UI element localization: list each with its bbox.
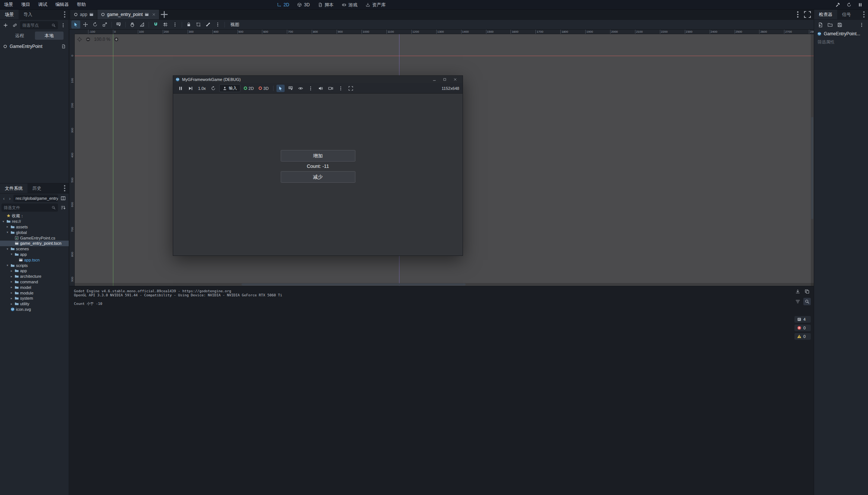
debug-3d-radio[interactable]: 3D bbox=[257, 86, 270, 91]
fs-item-14[interactable]: ▸module bbox=[0, 290, 69, 296]
move-tool-button[interactable] bbox=[81, 20, 90, 29]
maximize-button[interactable] bbox=[440, 76, 450, 83]
collapse-arrow-icon[interactable]: ▾ bbox=[1, 220, 5, 223]
copy-log-button[interactable] bbox=[803, 288, 811, 295]
fs-item-17[interactable]: icon.svg bbox=[0, 307, 69, 312]
expand-arrow-icon[interactable]: ▸ bbox=[10, 291, 13, 294]
menu-0[interactable]: 场景 bbox=[0, 0, 17, 9]
fs-item-2[interactable]: ▸assets bbox=[0, 224, 69, 230]
fs-item-4[interactable]: #GameEntryPoint.cs bbox=[0, 235, 69, 241]
output-messages-badge[interactable]: 4 bbox=[794, 316, 811, 323]
fs-item-16[interactable]: ▸utility bbox=[0, 301, 69, 307]
workspace-button-1[interactable]: 3D bbox=[294, 0, 313, 10]
scene-dock-tab-1[interactable]: 导入 bbox=[19, 10, 37, 19]
filesystem-dock-menu-button[interactable] bbox=[61, 183, 69, 193]
expand-arrow-icon[interactable]: ▸ bbox=[10, 302, 13, 306]
select-mode-button[interactable] bbox=[276, 85, 285, 92]
reset-time-scale-button[interactable] bbox=[209, 85, 217, 92]
save-resource-button[interactable] bbox=[836, 21, 844, 29]
zoom-out-button[interactable] bbox=[85, 37, 91, 42]
suspend-game-button[interactable] bbox=[176, 85, 185, 92]
scene-tabs-menu-button[interactable] bbox=[794, 10, 802, 19]
fs-item-15[interactable]: ▸system bbox=[0, 296, 69, 301]
filesystem-dock-tab-0[interactable]: 文件系统 bbox=[0, 183, 27, 193]
history-back-button[interactable]: ‹ bbox=[1, 196, 6, 201]
scale-tool-button[interactable] bbox=[100, 20, 109, 29]
fs-item-13[interactable]: ▸model bbox=[0, 284, 69, 290]
scene-dock-menu-button[interactable] bbox=[61, 10, 69, 19]
filter-properties-input[interactable]: 筛选属性 bbox=[814, 38, 868, 46]
workspace-button-3[interactable]: 游戏 bbox=[338, 0, 361, 10]
ruler-tool-button[interactable] bbox=[137, 20, 146, 29]
expand-arrow-icon[interactable]: ▸ bbox=[10, 269, 13, 273]
game-window-titlebar[interactable]: MyGFrameworkGame (DEBUG) bbox=[173, 76, 463, 83]
output-warnings-badge[interactable]: 0 bbox=[794, 333, 811, 340]
build-project-button[interactable] bbox=[835, 2, 841, 7]
next-frame-button[interactable] bbox=[187, 85, 195, 92]
fs-item-10[interactable]: ▸app bbox=[0, 268, 69, 274]
fs-item-11[interactable]: ▸architecture bbox=[0, 274, 69, 279]
lock-node-button[interactable] bbox=[184, 20, 193, 29]
decrease-button[interactable]: 减少 bbox=[281, 171, 355, 183]
workspace-button-4[interactable]: 资产库 bbox=[362, 0, 389, 10]
menu-3[interactable]: 编辑器 bbox=[51, 0, 73, 9]
inspector-dock-tab-1[interactable]: 信号 bbox=[837, 10, 856, 19]
select-options-button[interactable] bbox=[307, 85, 315, 92]
fs-item-0[interactable]: 收藏： bbox=[0, 213, 69, 219]
fs-item-5[interactable]: game_entry_point.tscn bbox=[0, 241, 69, 246]
2d-viewport[interactable]: 100.0 % MyGFrameworkGame (DEBUG) bbox=[75, 34, 814, 286]
instance-scene-button[interactable] bbox=[11, 21, 19, 29]
log-layout-button[interactable] bbox=[794, 298, 801, 305]
menu-2[interactable]: 调试 bbox=[34, 0, 51, 9]
inspected-node-row[interactable]: GameEntryPoint... bbox=[814, 30, 868, 38]
mute-audio-button[interactable] bbox=[317, 85, 325, 92]
close-tab-button[interactable] bbox=[152, 13, 156, 16]
expand-arrow-icon[interactable]: ▸ bbox=[10, 280, 13, 283]
grid-snap-button[interactable] bbox=[161, 20, 170, 29]
pan-tool-button[interactable] bbox=[128, 20, 137, 29]
zoom-in-button[interactable] bbox=[114, 37, 119, 42]
center-view-button[interactable] bbox=[77, 37, 82, 42]
expand-arrow-icon[interactable]: ▸ bbox=[6, 225, 9, 228]
scene-tab-game_entry_point[interactable]: game_entry_point bbox=[97, 10, 159, 19]
log-search-button[interactable] bbox=[803, 298, 811, 305]
new-scene-tab-button[interactable] bbox=[159, 10, 169, 19]
rotate-tool-button[interactable] bbox=[91, 20, 100, 29]
filter-nodes-input[interactable]: 筛选节点 bbox=[20, 21, 58, 29]
view-menu-button[interactable]: 视图 bbox=[227, 22, 243, 28]
list-select-tool-button[interactable] bbox=[114, 20, 123, 29]
workspace-button-0[interactable]: 2D bbox=[273, 0, 293, 10]
menu-1[interactable]: 项目 bbox=[17, 0, 34, 9]
history-forward-button[interactable]: › bbox=[7, 196, 12, 201]
horizontal-scrollbar[interactable] bbox=[75, 283, 814, 286]
expand-arrow-icon[interactable]: ▸ bbox=[10, 297, 13, 300]
smart-snap-button[interactable] bbox=[151, 20, 160, 29]
output-errors-badge[interactable]: 0 bbox=[794, 325, 811, 331]
increase-button[interactable]: 增加 bbox=[281, 150, 355, 162]
scene-tree-root-node[interactable]: GameEntryPoint bbox=[0, 42, 69, 51]
camera-override-button[interactable] bbox=[327, 85, 335, 92]
scene-dock-tab-0[interactable]: 场景 bbox=[0, 10, 19, 19]
embed-fullscreen-button[interactable] bbox=[347, 85, 355, 92]
fs-item-9[interactable]: ▾scripts bbox=[0, 263, 69, 268]
camera-options-button[interactable] bbox=[337, 85, 345, 92]
collapse-arrow-icon[interactable]: ▾ bbox=[6, 231, 9, 234]
scene-mode-button-1[interactable]: 本地 bbox=[35, 32, 64, 40]
fs-item-6[interactable]: ▾scenes bbox=[0, 246, 69, 252]
input-passthrough-toggle[interactable]: 输入 bbox=[219, 84, 240, 92]
fs-item-8[interactable]: app.tscn bbox=[0, 257, 69, 263]
sort-files-button[interactable] bbox=[59, 203, 67, 212]
workspace-button-2[interactable]: 脚本 bbox=[314, 0, 337, 10]
group-node-button[interactable] bbox=[194, 20, 203, 29]
inspector-dock-menu-button[interactable] bbox=[860, 10, 868, 19]
snap-options-button[interactable] bbox=[171, 20, 179, 29]
distraction-free-button[interactable] bbox=[803, 10, 812, 19]
filter-files-input[interactable]: 筛选文件 bbox=[1, 203, 58, 212]
fs-item-1[interactable]: ▾res:// bbox=[0, 219, 69, 224]
close-button[interactable] bbox=[450, 76, 460, 83]
current-path-field[interactable]: res://global/game_entry_p bbox=[13, 195, 58, 202]
fs-item-7[interactable]: ▾app bbox=[0, 252, 69, 257]
zoom-level-label[interactable]: 100.0 % bbox=[94, 37, 110, 42]
fs-item-3[interactable]: ▾global bbox=[0, 229, 69, 235]
inspector-dock-tab-0[interactable]: 检查器 bbox=[814, 10, 837, 19]
